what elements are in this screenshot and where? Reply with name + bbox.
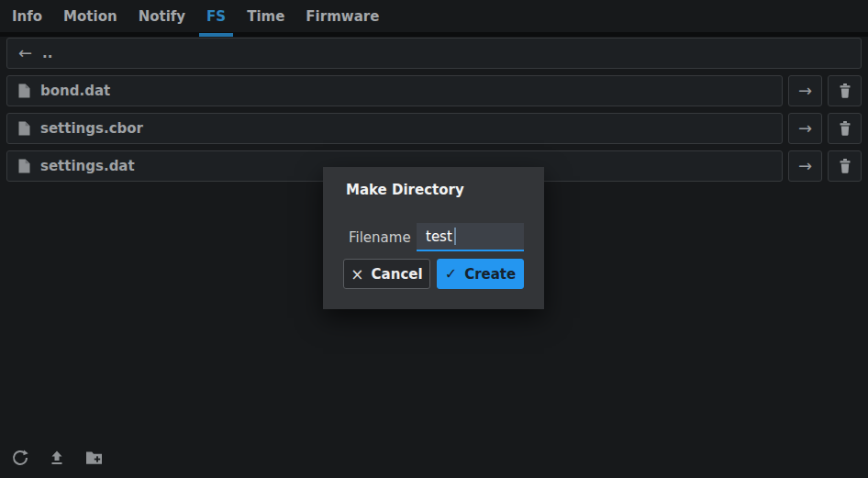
up-directory-label: .. bbox=[42, 45, 52, 61]
file-name: settings.dat bbox=[40, 158, 135, 174]
filename-field bbox=[417, 223, 524, 251]
filename-input[interactable] bbox=[417, 223, 524, 250]
file-icon bbox=[18, 121, 30, 136]
arrow-right-icon: → bbox=[798, 83, 812, 99]
create-button-label: Create bbox=[464, 266, 516, 283]
make-directory-dialog: Make Directory Filename × Cancel ✓ Creat… bbox=[323, 167, 544, 309]
file-icon bbox=[18, 83, 30, 98]
file-name: settings.cbor bbox=[40, 120, 143, 137]
up-directory-button[interactable]: ← .. bbox=[6, 38, 862, 69]
file-row: settings.cbor → bbox=[6, 113, 862, 144]
upload-button[interactable] bbox=[49, 450, 65, 466]
filename-form-row: Filename bbox=[343, 223, 524, 251]
dialog-buttons: × Cancel ✓ Create bbox=[343, 259, 524, 289]
refresh-button[interactable] bbox=[12, 450, 28, 466]
tab-bar: Info Motion Notify FS Time Firmware bbox=[0, 0, 868, 37]
arrow-right-icon: → bbox=[798, 158, 812, 174]
trash-icon bbox=[839, 83, 851, 98]
trash-icon bbox=[839, 121, 851, 136]
tab-info[interactable]: Info bbox=[12, 0, 42, 32]
tab-motion[interactable]: Motion bbox=[63, 0, 117, 32]
arrow-left-icon: ← bbox=[18, 45, 32, 61]
tab-fs[interactable]: FS bbox=[206, 0, 226, 32]
close-icon: × bbox=[351, 265, 363, 283]
new-folder-button[interactable] bbox=[85, 450, 103, 465]
cancel-button-label: Cancel bbox=[372, 266, 423, 283]
file-browser: ← .. bond.dat → settings.cbor → settin bbox=[0, 37, 868, 182]
delete-file-button[interactable] bbox=[828, 150, 862, 182]
file-row: bond.dat → bbox=[6, 75, 862, 106]
file-entry[interactable]: bond.dat bbox=[6, 75, 783, 106]
upload-icon bbox=[49, 450, 65, 466]
trash-icon bbox=[839, 159, 851, 173]
up-directory-row: ← .. bbox=[6, 38, 862, 69]
open-file-button[interactable]: → bbox=[788, 75, 822, 106]
open-file-button[interactable]: → bbox=[788, 150, 822, 182]
check-icon: ✓ bbox=[445, 265, 457, 283]
open-file-button[interactable]: → bbox=[788, 113, 822, 144]
text-caret bbox=[454, 228, 456, 245]
tab-notify[interactable]: Notify bbox=[139, 0, 185, 32]
file-entry[interactable]: settings.cbor bbox=[6, 113, 783, 144]
cancel-button[interactable]: × Cancel bbox=[343, 259, 430, 289]
tab-firmware[interactable]: Firmware bbox=[306, 0, 379, 32]
new-folder-icon bbox=[85, 450, 103, 465]
file-icon bbox=[18, 159, 30, 173]
delete-file-button[interactable] bbox=[828, 113, 862, 144]
file-name: bond.dat bbox=[40, 83, 110, 99]
create-button[interactable]: ✓ Create bbox=[437, 259, 524, 289]
delete-file-button[interactable] bbox=[828, 75, 862, 106]
dialog-title: Make Directory bbox=[346, 182, 524, 198]
arrow-right-icon: → bbox=[798, 120, 812, 137]
tab-time[interactable]: Time bbox=[247, 0, 284, 32]
refresh-icon bbox=[12, 450, 28, 466]
filename-label: Filename bbox=[349, 229, 411, 246]
footer-toolbar bbox=[12, 450, 103, 466]
